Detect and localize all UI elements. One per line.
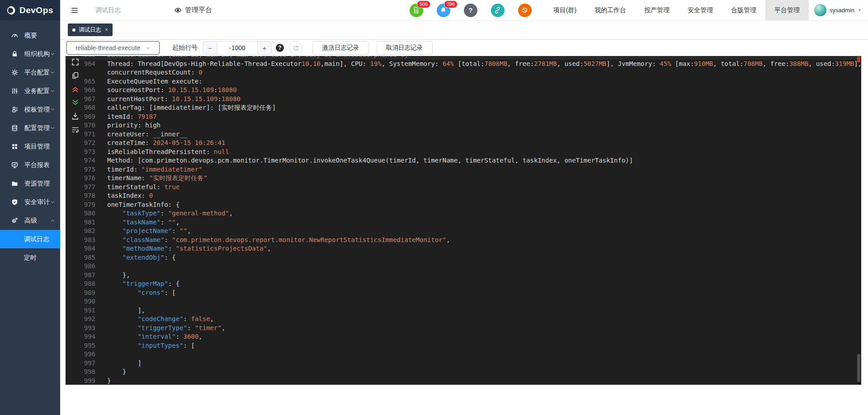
fullscreen-icon[interactable] (71, 58, 80, 66)
hamburger-menu-icon[interactable] (70, 7, 79, 14)
sidebar-item-config-mgmt[interactable]: 配置管理 (0, 119, 60, 137)
token: 5027MB (584, 60, 607, 67)
decrease-button[interactable]: − (203, 42, 217, 54)
log-viewer[interactable]: 963DataSourceInfo: [init 50, min 20, max… (66, 55, 861, 385)
line-content: timerStateful: true (95, 183, 179, 192)
token (107, 324, 137, 331)
line-number: 997 (66, 359, 95, 368)
token: timerId: (107, 166, 142, 173)
token: "taskName" (123, 219, 160, 226)
log-line: 973isReliableThreadPersistent: null (66, 148, 861, 157)
chevron-down-icon (146, 46, 151, 51)
token (107, 280, 123, 287)
forbidden-button[interactable] (518, 4, 532, 17)
token (107, 342, 137, 349)
sidebar-item-platform-report[interactable]: 平台报表 (0, 156, 60, 174)
nav-item-security[interactable]: 安全管理 (679, 0, 722, 20)
token: "extendObj" (123, 254, 165, 261)
sidebar-item-project-mgmt[interactable]: 项目管理 (0, 137, 60, 156)
line-content: itemId: 79187 (95, 112, 157, 121)
log-toolbar-rail (70, 58, 80, 134)
log-line: 978taskIndex: 0 (66, 191, 861, 201)
log-select[interactable]: reliable-thread-execute (66, 41, 160, 55)
start-line-input[interactable] (217, 42, 257, 54)
token: "className" (123, 236, 165, 243)
line-content: "crons": [ (95, 289, 176, 298)
sidebar-item-resource-mgmt[interactable]: 资源管理 (0, 174, 60, 193)
sidebar-item-label: 定时 (24, 254, 37, 262)
sidebar-item-debug-log[interactable]: 调试日志 (0, 230, 60, 248)
links-button[interactable] (491, 4, 505, 17)
token: , used: (557, 60, 584, 67)
sidebar-item-business-config[interactable]: 业务配置 (0, 82, 60, 100)
log-select-value: reliable-thread-execute (75, 44, 140, 51)
notification-badge: 286 (444, 0, 458, 8)
increase-button[interactable]: + (257, 42, 271, 54)
notifications-button[interactable]: 286 (437, 4, 450, 17)
avatar (814, 4, 826, 16)
start-line-stepper: − + (203, 41, 272, 55)
sidebar-item-timer[interactable]: 定时 (0, 248, 60, 267)
close-icon[interactable]: × (105, 27, 108, 33)
nav-item-release[interactable]: 合版管理 (722, 0, 765, 20)
token: "" (179, 227, 187, 234)
token: 0 (149, 192, 153, 199)
log-line: 984 "methodName": "statisticsProjectsDat… (66, 244, 861, 253)
line-number: 986 (66, 262, 95, 271)
line-content: "inputTypes": [ (95, 341, 195, 350)
sidebar-item-overview[interactable]: 概要 (0, 26, 60, 45)
token (107, 219, 123, 226)
download-icon[interactable] (71, 112, 80, 121)
nav-item-platform[interactable]: 平台管理 (765, 0, 809, 20)
caret-down-icon (858, 8, 862, 12)
forbid-icon (521, 6, 528, 14)
cancel-log-button[interactable]: 取消日志记录 (376, 41, 433, 55)
log-line: 983 "className": "com.primeton.devops.re… (66, 236, 861, 245)
refresh-button[interactable] (289, 41, 302, 55)
database-icon (11, 124, 19, 132)
nav-item-workbench[interactable]: 我的工作台 (585, 0, 635, 20)
sidebar-item-label: 平台配置 (24, 69, 50, 77)
line-content: "taskType": "general-method", (95, 209, 233, 218)
tab-debug-log[interactable]: 调试日志× (68, 23, 113, 36)
help-button[interactable]: ? (464, 4, 477, 17)
token (107, 333, 137, 340)
log-line: 981 "taskName": "", (66, 218, 861, 227)
platform-switcher[interactable]: 管理平台 (174, 6, 212, 14)
nav-item-production[interactable]: 投产管理 (635, 0, 679, 20)
notification-badge: 506 (417, 0, 430, 8)
log-line: 977timerStateful: true (66, 183, 861, 192)
token: Thread: Thread[DevOps-High-Reliable-Thre… (107, 60, 302, 67)
scrollbar-thumb[interactable] (857, 354, 860, 382)
activate-log-button[interactable]: 激活日志记录 (312, 41, 369, 55)
app-logo[interactable]: DevOps (0, 0, 60, 20)
sidebar-item-organization[interactable]: 组织机构 (0, 45, 60, 63)
token: 18080 (217, 86, 236, 93)
token: : (176, 333, 184, 340)
platform-label: 管理平台 (185, 6, 212, 14)
copy-icon[interactable] (71, 71, 80, 80)
scroll-top-icon[interactable] (71, 85, 80, 93)
token: 388MB (789, 60, 808, 67)
devops-logo-icon (6, 5, 16, 15)
link-icon (494, 6, 501, 14)
sidebar-item-label: 模板管理 (24, 106, 50, 114)
sidebar-item-platform-config[interactable]: 平台配置 (0, 63, 60, 82)
help-icon[interactable]: ? (276, 44, 284, 52)
chevron-down-icon (50, 89, 55, 93)
documents-button[interactable]: 506 (410, 4, 423, 17)
sidebar-item-security-audit[interactable]: 安全审计 (0, 193, 60, 211)
token (107, 236, 123, 243)
line-number: 974 (66, 156, 95, 165)
line-content: timerId: "immediatetimer" (95, 165, 203, 174)
sidebar-item-advanced[interactable]: 高级 (0, 211, 60, 230)
scroll-bottom-icon[interactable] (71, 98, 80, 107)
tab-label: 调试日志 (79, 26, 101, 34)
wrap-icon[interactable] (71, 126, 80, 134)
user-menu[interactable]: sysadmin (809, 4, 868, 16)
sidebar-item-template-mgmt[interactable]: 模板管理 (0, 100, 60, 119)
chevron-down-icon (50, 51, 55, 56)
token (107, 245, 123, 252)
token: , (210, 315, 214, 322)
nav-item-projects[interactable]: 项目(群) (544, 0, 585, 20)
